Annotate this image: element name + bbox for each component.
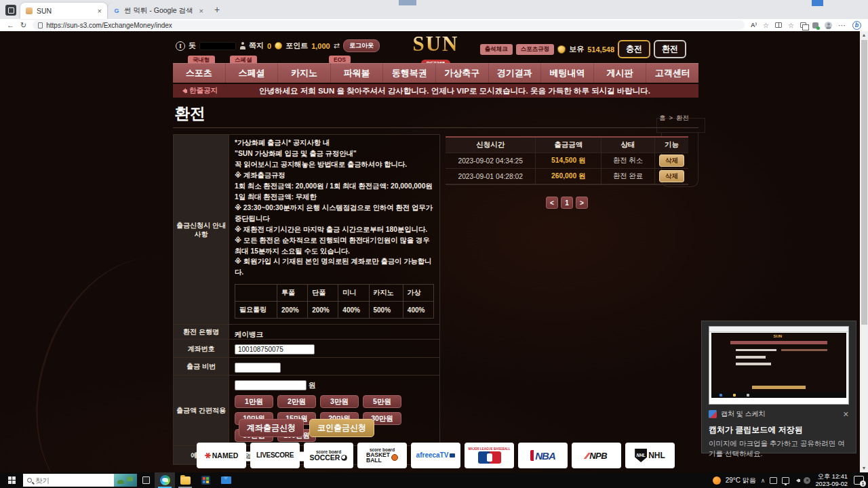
withdraw-password-input[interactable] xyxy=(235,363,281,373)
start-button[interactable] xyxy=(0,472,23,488)
tab-google-search[interactable]: G 썬 먹튀 - Google 검색 × xyxy=(107,3,209,19)
history-action-cell: 삭제 xyxy=(654,153,688,168)
taskbar-clock[interactable]: 오후 12:41 2023-09-02 xyxy=(815,473,848,487)
nav-item[interactable]: 스포츠 xyxy=(173,63,225,83)
info-line: ※ 계좌출금규정 xyxy=(235,170,434,181)
taskbar-file-explorer[interactable] xyxy=(175,472,195,488)
menu-dots-icon[interactable]: ⋯ xyxy=(838,21,846,30)
tab-sun[interactable]: SUN × xyxy=(20,3,107,19)
exchange-button[interactable]: 환전 xyxy=(654,40,686,58)
weather-text[interactable]: 29°C 맑음 xyxy=(726,476,756,485)
site-logo[interactable]: SUN xyxy=(412,33,458,56)
favorite-star-icon[interactable]: ☆ xyxy=(763,22,769,29)
taskbar-edge[interactable] xyxy=(155,472,175,488)
nav-item[interactable]: 파워볼 xyxy=(330,63,383,83)
delete-button[interactable]: 삭제 xyxy=(659,170,684,182)
attendance-check-button[interactable]: 출석체크 xyxy=(480,44,513,55)
account-number-input[interactable] xyxy=(235,344,315,354)
partner-logo-afreeca[interactable]: afreecaTV xyxy=(411,443,460,468)
nav-item[interactable]: 스페셜 xyxy=(225,63,278,83)
quick-amount-button[interactable]: 2만원 xyxy=(277,395,316,408)
partner-logo-nhl[interactable]: NHLNHL xyxy=(625,443,675,468)
favorites-bar-icon[interactable]: ☆ xyxy=(788,22,794,29)
task-view-button[interactable] xyxy=(137,476,155,484)
sports-rules-button[interactable]: 스포츠규정 xyxy=(516,44,555,55)
display-tray-icon[interactable] xyxy=(782,477,789,484)
bank-name-value: 케이뱅크 xyxy=(235,330,263,338)
profile-avatar[interactable] xyxy=(825,22,832,29)
browser-essentials-icon[interactable] xyxy=(812,22,818,28)
breadcrumb: 홈 > 환전 xyxy=(659,114,689,123)
hidden-icons-chevron[interactable]: ∧ xyxy=(761,477,766,484)
weather-icon[interactable] xyxy=(713,476,721,485)
new-tab-button[interactable]: + xyxy=(214,4,220,15)
scroll-up-arrow[interactable]: ▲ xyxy=(860,31,868,39)
rolling-empty-cell xyxy=(235,285,277,302)
tab-close-icon[interactable]: × xyxy=(98,7,102,15)
nav-item[interactable]: 경기결과 xyxy=(488,63,541,83)
delete-button[interactable]: 삭제 xyxy=(659,155,684,167)
nav-item[interactable]: 베팅내역 xyxy=(540,63,593,83)
back-icon[interactable]: ← xyxy=(7,22,14,29)
quick-amount-button[interactable]: 5만원 xyxy=(363,395,401,408)
partner-logo-livescore[interactable]: LIVESCORE xyxy=(250,443,300,468)
quick-amount-button[interactable]: 1만원 xyxy=(235,395,273,408)
tab-close-icon[interactable]: × xyxy=(199,7,203,15)
workspaces-icon[interactable] xyxy=(5,5,16,16)
bank-withdraw-submit-button[interactable]: 계좌출금신청 xyxy=(239,419,304,437)
nav-item[interactable]: 가상축구 xyxy=(435,63,488,83)
nav-item[interactable]: 동행복권 xyxy=(382,63,435,83)
taskbar-store[interactable] xyxy=(195,472,216,488)
partner-logo-soccer[interactable]: score boardSOCCER xyxy=(304,443,353,468)
scrollbar-thumb[interactable] xyxy=(861,40,867,325)
capture-thumbnail[interactable]: SUN xyxy=(709,326,849,405)
bing-copilot-icon[interactable]: b xyxy=(852,21,861,30)
amount-input[interactable] xyxy=(235,380,307,390)
partner-logo-nba[interactable]: NBA xyxy=(518,443,568,468)
page-next-button[interactable]: > xyxy=(576,197,588,209)
partner-logo-npb[interactable]: ∕∕NPB xyxy=(572,443,621,468)
scroll-down-arrow[interactable]: ▼ xyxy=(860,464,868,472)
partner-logo-mlb[interactable]: MAJOR LEAGUE BASEBALL xyxy=(465,443,514,468)
ime-tray-icon[interactable] xyxy=(770,477,777,484)
taskbar-search[interactable] xyxy=(23,474,137,487)
rolling-table: 투폴단폴미니카지노가상필요롤링200%200%400%500%400% xyxy=(235,284,434,319)
capture-notification[interactable]: SUN 캡처 및 스케치 ✕ 캡처가 클립보드에 저장됨 이미지에 마크업을 추… xyxy=(701,321,856,453)
action-center-icon[interactable]: 1 xyxy=(854,476,864,485)
page-scrollbar[interactable]: ▲ ▼ xyxy=(860,31,868,472)
status-tray-icon[interactable]: × xyxy=(804,477,810,484)
message-label[interactable]: 쪽지 xyxy=(249,41,264,51)
taskbar-mail[interactable] xyxy=(216,472,236,488)
info-circle-icon[interactable]: I xyxy=(176,41,185,51)
tab-title: SUN xyxy=(37,7,94,15)
rolling-value: 200% xyxy=(277,302,308,319)
points-refresh-icon[interactable]: ⇄ xyxy=(334,41,340,50)
toast-close-icon[interactable]: ✕ xyxy=(843,410,849,419)
history-table: 신청시간 출금금액 상태 기능 2023-09-02 04:34:25514,5… xyxy=(446,136,688,185)
window-artifact xyxy=(399,0,416,5)
quick-amount-button[interactable]: 3만원 xyxy=(320,395,359,408)
coin-withdraw-submit-button[interactable]: 코인출금신청 xyxy=(309,419,374,437)
url-field[interactable]: https://sun-s3.com/ExchangeMoney/index xyxy=(33,20,745,30)
collections-icon[interactable] xyxy=(800,22,806,28)
search-highlight-image[interactable] xyxy=(114,474,137,487)
breadcrumb-home[interactable]: 홈 xyxy=(659,114,666,123)
rolling-value: 400% xyxy=(338,302,369,319)
logout-button[interactable]: 로그아웃 xyxy=(343,39,380,52)
nav-item[interactable]: 고객센터 xyxy=(646,63,698,83)
site-info-icon[interactable] xyxy=(38,22,43,28)
page-number-button[interactable]: 1 xyxy=(561,197,573,209)
partner-logo-named[interactable]: NAMED xyxy=(197,443,246,468)
partner-logo-basketball[interactable]: score boardBASKETBALL xyxy=(357,443,407,468)
nav-item[interactable]: 카지노 xyxy=(277,63,330,83)
nav-item[interactable]: 게시판 xyxy=(593,63,646,83)
page-prev-button[interactable]: < xyxy=(546,197,558,209)
split-screen-icon[interactable] xyxy=(775,22,782,28)
notice-text: 안녕하세요 저희 SUN 을 찾아주셔서 감사합니다. 언제나 VIP로 모시겠… xyxy=(218,86,692,96)
info-line: ※ 23:30~00:30분까지 은행 시스템점검으로 인하여 환전 업무가 중… xyxy=(235,203,434,224)
window-artifact xyxy=(812,0,823,6)
volume-tray-icon[interactable] xyxy=(794,479,799,483)
refresh-icon[interactable]: ↻ xyxy=(20,22,26,29)
read-aloud-icon[interactable]: A⁾ xyxy=(751,22,757,28)
charge-button[interactable]: 충전 xyxy=(618,40,650,58)
